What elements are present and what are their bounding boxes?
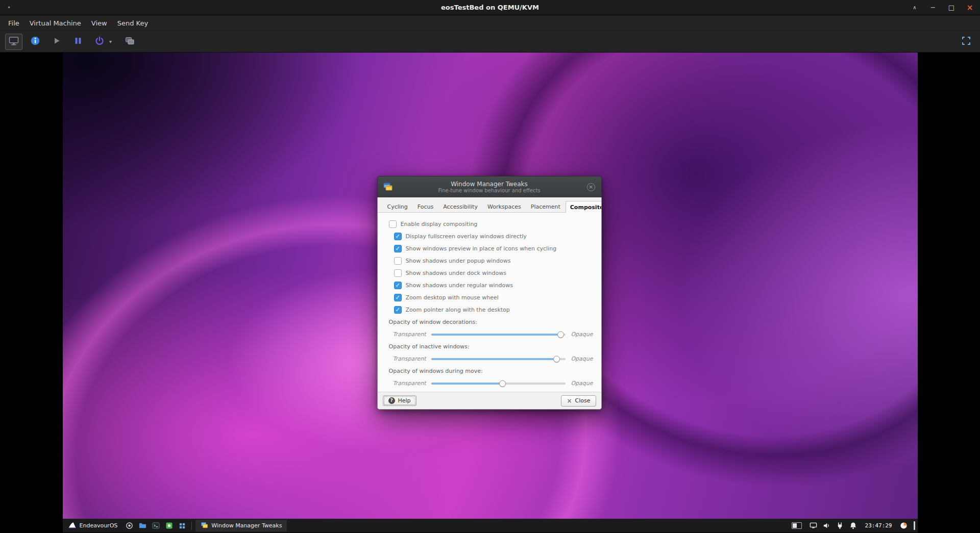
shadows-popup-row[interactable]: ✓ Show shadows under popup windows xyxy=(394,255,593,267)
opacity-move-slider[interactable] xyxy=(431,383,566,385)
opaque-label: Opaque xyxy=(571,331,593,338)
shadows-dock-label: Show shadows under dock windows xyxy=(406,270,506,276)
shadows-dock-row[interactable]: ✓ Show shadows under dock windows xyxy=(394,267,593,279)
active-workspace-cell xyxy=(793,523,797,528)
windows-preview-checkbox[interactable]: ✓ xyxy=(394,245,402,252)
fullscreen-button[interactable] xyxy=(958,34,975,50)
dialog-titlebar[interactable]: Window Manager Tweaks Fine-tune window b… xyxy=(377,176,602,197)
tab-accessibility[interactable]: Accessibility xyxy=(438,200,482,212)
opacity-inactive-slider[interactable] xyxy=(431,358,566,360)
fullscreen-overlay-row[interactable]: ✓ Display fullscreen overlay windows dir… xyxy=(394,230,593,242)
menu-file[interactable]: File xyxy=(3,16,24,30)
transparent-label: Transparent xyxy=(393,380,426,387)
terminal-launcher-icon[interactable] xyxy=(150,519,161,532)
taskbar: EndeavourOS xyxy=(63,519,918,532)
power-icon xyxy=(94,36,105,48)
zoom-desktop-checkbox[interactable]: ✓ xyxy=(394,294,402,301)
zoom-pointer-row[interactable]: ✓ Zoom pointer along with the desktop xyxy=(394,303,593,316)
workspace-pager[interactable] xyxy=(792,522,802,529)
window-title: eosTestBed on QEMU/KVM xyxy=(0,4,980,11)
enable-compositing-checkbox[interactable]: ✓ xyxy=(389,220,397,228)
shutdown-button[interactable] xyxy=(91,34,108,50)
close-dialog-button[interactable]: × Close xyxy=(561,395,596,407)
slider-handle[interactable] xyxy=(557,331,564,338)
compositor-tab-content: ✓ Enable display compositing ✓ Display f… xyxy=(378,213,601,392)
zoom-desktop-label: Zoom desktop with mouse wheel xyxy=(406,294,499,301)
workspace-grid-icon[interactable] xyxy=(177,519,188,532)
enable-compositing-row[interactable]: ✓ Enable display compositing xyxy=(389,218,593,230)
help-button[interactable]: ? Help xyxy=(383,395,416,406)
run-button[interactable] xyxy=(48,34,65,50)
update-notifier-icon[interactable] xyxy=(898,519,910,532)
opacity-decorations-slider[interactable] xyxy=(431,334,566,336)
transparent-label: Transparent xyxy=(393,331,426,338)
opacity-inactive-slider-row: Transparent Opaque xyxy=(389,353,593,365)
toolbar: ▾ xyxy=(0,31,980,53)
taskbar-clock[interactable]: 23:47:29 xyxy=(861,522,896,529)
close-x-icon: × xyxy=(567,397,572,404)
pause-button[interactable] xyxy=(69,34,87,50)
opacity-decorations-label: Opacity of window decorations: xyxy=(389,316,593,328)
tab-compositor[interactable]: Compositor xyxy=(566,201,602,213)
console-monitor-icon xyxy=(9,36,19,48)
power-plug-tray-icon[interactable] xyxy=(835,519,846,532)
displays-icon xyxy=(125,36,135,48)
minimize-button[interactable]: − xyxy=(928,3,938,13)
windows-preview-row[interactable]: ✓ Show windows preview in place of icons… xyxy=(394,242,593,255)
pause-icon xyxy=(73,36,83,48)
zoom-desktop-row[interactable]: ✓ Zoom desktop with mouse wheel xyxy=(394,291,593,303)
dialog-subtitle: Fine-tune window behaviour and effects xyxy=(438,188,540,194)
vm-desktop[interactable]: Window Manager Tweaks Fine-tune window b… xyxy=(63,53,918,532)
check-glyph: ✓ xyxy=(395,307,401,313)
virt-manager-window: • eosTestBed on QEMU/KVM ∧ − □ × File Vi… xyxy=(0,0,980,532)
shadows-regular-row[interactable]: ✓ Show shadows under regular windows xyxy=(394,279,593,291)
slider-handle[interactable] xyxy=(553,356,560,362)
menu-virtual-machine[interactable]: Virtual Machine xyxy=(24,16,86,30)
zoom-pointer-label: Zoom pointer along with the desktop xyxy=(406,307,510,313)
play-icon xyxy=(52,36,62,48)
zoom-pointer-checkbox[interactable]: ✓ xyxy=(394,306,402,314)
displays-button[interactable] xyxy=(121,34,138,50)
dialog-close-icon[interactable]: × xyxy=(587,183,595,191)
fullscreen-overlay-checkbox[interactable]: ✓ xyxy=(394,233,402,240)
task-window-manager-tweaks[interactable]: Window Manager Tweaks xyxy=(195,520,287,531)
shadows-dock-checkbox[interactable]: ✓ xyxy=(394,269,402,277)
opacity-move-label: Opacity of windows during move: xyxy=(389,365,593,377)
menu-send-key[interactable]: Send Key xyxy=(112,16,153,30)
shadows-regular-checkbox[interactable]: ✓ xyxy=(394,282,402,289)
slider-handle[interactable] xyxy=(499,380,506,387)
applications-menu-button[interactable]: EndeavourOS xyxy=(65,519,122,532)
window-tweaks-task-icon xyxy=(201,521,208,530)
check-glyph: ✓ xyxy=(395,245,401,252)
tab-workspaces[interactable]: Workspaces xyxy=(483,200,526,212)
maximize-button[interactable]: □ xyxy=(946,3,957,13)
display-tray-icon[interactable] xyxy=(808,519,819,532)
app-launcher-icon[interactable] xyxy=(163,519,175,532)
volume-tray-icon[interactable] xyxy=(821,519,832,532)
details-button[interactable] xyxy=(27,34,44,50)
browser-launcher-icon[interactable] xyxy=(124,519,135,532)
opacity-decorations-slider-row: Transparent Opaque xyxy=(389,328,593,340)
endeavouros-logo-icon xyxy=(68,522,77,530)
close-button-label: Close xyxy=(575,397,591,404)
check-glyph: ✓ xyxy=(395,282,401,289)
notifications-bell-icon[interactable] xyxy=(848,519,859,532)
info-icon xyxy=(30,36,40,48)
tab-cycling[interactable]: Cycling xyxy=(383,200,412,212)
close-button[interactable]: × xyxy=(965,3,975,13)
slider-fill xyxy=(431,334,560,336)
file-manager-icon[interactable] xyxy=(137,519,148,532)
panel-handle[interactable] xyxy=(914,521,915,530)
console-view-button[interactable] xyxy=(5,34,22,50)
shade-button[interactable]: ∧ xyxy=(910,3,920,13)
tab-placement[interactable]: Placement xyxy=(526,200,565,212)
dialog-title: Window Manager Tweaks xyxy=(451,181,528,188)
tab-focus[interactable]: Focus xyxy=(413,200,438,212)
shadows-popup-checkbox[interactable]: ✓ xyxy=(394,257,402,265)
shutdown-combo: ▾ xyxy=(91,34,112,50)
menu-view[interactable]: View xyxy=(86,16,112,30)
shutdown-dropdown-arrow[interactable]: ▾ xyxy=(109,39,112,44)
shadows-popup-label: Show shadows under popup windows xyxy=(406,258,511,264)
menubar: File Virtual Machine View Send Key xyxy=(0,15,980,31)
opaque-label: Opaque xyxy=(571,356,593,362)
